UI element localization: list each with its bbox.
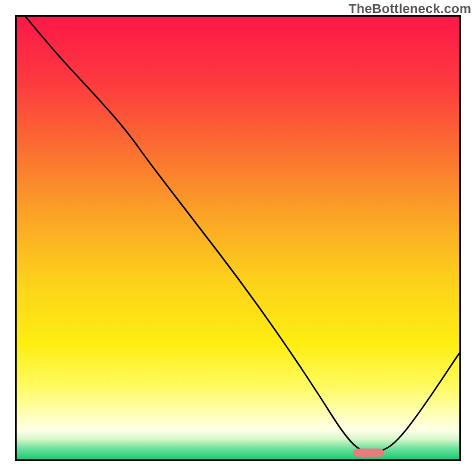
optimal-marker (353, 449, 384, 457)
chart-plot-area (15, 15, 461, 461)
chart-svg (17, 17, 459, 459)
